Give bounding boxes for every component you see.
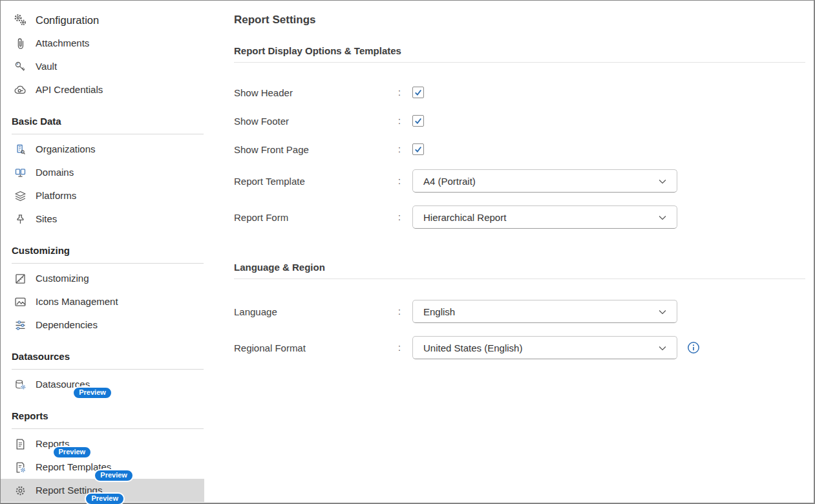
preview-badge: Preview <box>72 386 112 399</box>
main-content: Report Settings Report Display Options &… <box>204 1 814 503</box>
field-label: Report Template <box>234 176 398 187</box>
label-separator: : <box>398 306 412 317</box>
label-separator: : <box>398 87 412 98</box>
sidebar-group-reports: Reports Preview Report Templates Preview <box>1 429 204 502</box>
page-title: Report Settings <box>234 13 805 26</box>
sidebar-section-datasources: Datasources <box>12 350 204 370</box>
sidebar-item-label: Attachments <box>36 37 89 48</box>
show-header-checkbox[interactable] <box>412 87 424 98</box>
chevron-down-icon <box>657 342 668 354</box>
sidebar-item-label: Dependencies <box>36 319 98 330</box>
sidebar-item-domains[interactable]: Domains <box>1 161 204 184</box>
sidebar-section-customizing: Customizing <box>12 244 204 264</box>
chevron-down-icon <box>657 306 668 318</box>
label-separator: : <box>398 116 412 126</box>
label-separator: : <box>398 144 412 154</box>
sidebar-item-attachments[interactable]: Attachments <box>1 32 204 55</box>
form-row-regional-format: Regional Format : United States (English… <box>234 336 805 359</box>
sidebar-item-label: API Credentials <box>36 84 103 95</box>
sidebar-item-label: Icons Management <box>36 296 118 307</box>
cloud-key-icon <box>13 83 27 97</box>
dropdown-value: A4 (Portrait) <box>423 176 476 187</box>
form-row-show-header: Show Header : <box>234 78 805 107</box>
label-separator: : <box>398 212 412 222</box>
sidebar-item-label: Vault <box>36 61 57 72</box>
sidebar-item-label: Configuration <box>36 14 99 26</box>
form-row-show-front-page: Show Front Page : <box>234 135 805 163</box>
section-title-display-options: Report Display Options & Templates <box>234 45 805 63</box>
report-form-dropdown[interactable]: Hierarchical Report <box>412 205 677 229</box>
pin-icon <box>13 212 27 226</box>
sliders-icon <box>13 318 27 332</box>
sidebar-item-label: Domains <box>36 167 74 178</box>
sidebar-item-configuration[interactable]: Configuration <box>1 8 204 32</box>
field-label: Show Footer <box>234 116 398 127</box>
app-window: Configuration Attachments Vault <box>0 0 815 504</box>
report-template-icon <box>13 460 27 474</box>
form-row-report-template: Report Template : A4 (Portrait) <box>234 169 805 193</box>
section-title-language-region: Language & Region <box>234 261 805 279</box>
layers-icon <box>13 189 27 203</box>
field-label: Show Front Page <box>234 144 398 155</box>
sidebar-item-label: Customizing <box>36 273 89 284</box>
sidebar-section-reports: Reports <box>12 410 204 429</box>
field-label: Regional Format <box>234 342 398 353</box>
field-label: Show Header <box>234 87 398 98</box>
sidebar-item-api-credentials[interactable]: API Credentials <box>1 78 204 101</box>
sidebar: Configuration Attachments Vault <box>1 1 204 503</box>
show-footer-checkbox[interactable] <box>412 115 424 127</box>
database-gear-icon <box>13 377 27 392</box>
sidebar-item-dependencies[interactable]: Dependencies <box>1 313 204 337</box>
checkmark-icon <box>414 116 423 125</box>
preview-badge: Preview <box>94 469 134 482</box>
sidebar-group-basic-data: Organizations Domains <box>1 134 204 231</box>
sidebar-group-datasources: Datasources Preview <box>1 370 204 396</box>
chevron-down-icon <box>657 176 668 187</box>
design-icon <box>13 271 27 286</box>
field-label: Report Form <box>234 212 398 223</box>
form-row-show-footer: Show Footer : <box>234 107 805 135</box>
sidebar-item-organizations[interactable]: Organizations <box>1 138 204 161</box>
organization-icon <box>13 142 27 156</box>
gears-icon <box>13 13 27 27</box>
regional-format-dropdown[interactable]: United States (English) <box>412 336 677 359</box>
info-icon[interactable] <box>686 341 701 355</box>
paperclip-icon <box>13 36 27 50</box>
sidebar-item-icons-management[interactable]: Icons Management <box>1 290 204 313</box>
sidebar-item-label: Platforms <box>36 190 76 201</box>
sidebar-item-vault[interactable]: Vault <box>1 55 204 78</box>
form-row-report-form: Report Form : Hierarchical Report <box>234 205 805 229</box>
show-front-page-checkbox[interactable] <box>412 143 424 155</box>
domains-icon <box>13 165 27 180</box>
report-template-dropdown[interactable]: A4 (Portrait) <box>412 169 677 193</box>
label-separator: : <box>398 176 412 186</box>
chevron-down-icon <box>657 212 668 224</box>
sidebar-item-datasources[interactable]: Datasources Preview <box>1 373 204 396</box>
label-separator: : <box>398 342 412 353</box>
field-label: Language <box>234 306 398 317</box>
form-row-language: Language : English <box>234 300 805 323</box>
image-icon <box>13 295 27 309</box>
sidebar-item-label: Sites <box>36 213 57 224</box>
sidebar-item-report-settings[interactable]: Report Settings Preview <box>1 479 204 502</box>
sidebar-item-report-templates[interactable]: Report Templates Preview <box>1 456 204 479</box>
sidebar-item-sites[interactable]: Sites <box>1 207 204 231</box>
report-icon <box>13 437 27 451</box>
sidebar-group-customizing: Customizing Icons Management <box>1 264 204 337</box>
preview-badge: Preview <box>85 492 125 504</box>
sidebar-section-basic-data: Basic Data <box>12 115 204 134</box>
checkmark-icon <box>414 145 423 154</box>
dropdown-value: Hierarchical Report <box>423 212 506 223</box>
checkmark-icon <box>414 88 423 97</box>
sidebar-item-label: Organizations <box>36 143 96 154</box>
sidebar-item-platforms[interactable]: Platforms <box>1 184 204 207</box>
gear-icon <box>13 483 27 498</box>
sidebar-item-customizing[interactable]: Customizing <box>1 267 204 290</box>
language-dropdown[interactable]: English <box>412 300 677 323</box>
dropdown-value: United States (English) <box>423 342 522 353</box>
dropdown-value: English <box>423 306 455 317</box>
sidebar-item-reports[interactable]: Reports Preview <box>1 432 204 456</box>
preview-badge: Preview <box>52 446 92 459</box>
key-icon <box>13 59 27 74</box>
